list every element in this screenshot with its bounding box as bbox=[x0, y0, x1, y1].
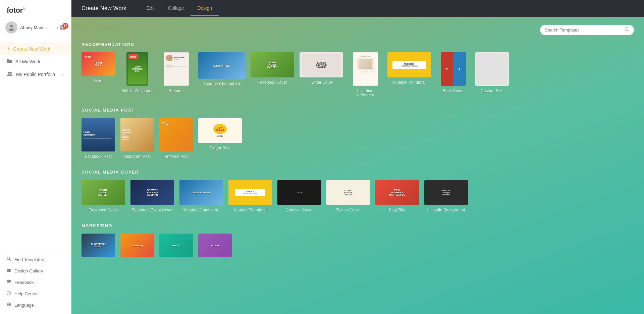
sidebar-bottom-label: Language bbox=[14, 303, 34, 308]
sidebar-item-design-gallery[interactable]: Design Gallery bbox=[0, 265, 71, 276]
google-plus-cover-thumb: JAZZ bbox=[277, 180, 321, 205]
youtube-thumbnail-label: Youtube Thumbnail bbox=[392, 80, 427, 85]
template-linkedin-background[interactable]: OMNITOOLStrategicsolutions LinkedIn Back… bbox=[424, 180, 468, 212]
template-marketing-1[interactable]: BLUEBERRYMUSIC bbox=[82, 234, 115, 260]
template-youtube-thumbnail2[interactable]: PHOEBE'S HANDICRAFT CLASS Youtube Thumbn… bbox=[228, 180, 272, 212]
twitter-cover2-label: Twitter Cover bbox=[336, 208, 360, 212]
main-area: Create New Work Edit Collage Design RECO… bbox=[71, 0, 644, 314]
sidebar-item-my-public-portfolio[interactable]: My Public Portfolio ↗ bbox=[0, 68, 71, 81]
tab-edit[interactable]: Edit bbox=[140, 1, 161, 16]
content-area: RECOMMENDATIONS TalentsShine New Ticket bbox=[71, 17, 644, 314]
social-media-cover-grid: PLANTYOURGARDEN Facebook Cover GROWTHHAC… bbox=[82, 180, 634, 212]
template-mobile-wallpaper[interactable]: HAPPYMOTHER'SDAY New Mobile Wallpaper bbox=[120, 52, 154, 97]
recommendations-title: RECOMMENDATIONS bbox=[82, 42, 634, 47]
plus-icon: + bbox=[7, 46, 10, 52]
youtube-channel-art2-label: Youtube Channel Art bbox=[183, 208, 220, 212]
template-ticket[interactable]: TalentsShine New Ticket bbox=[82, 52, 115, 97]
sidebar-bottom-label: Feedback bbox=[14, 280, 34, 285]
template-twitter-cover2[interactable]: CLASSICBOUTIQUEJEWELRY Twitter Cover bbox=[326, 180, 370, 212]
template-youtube-thumbnail[interactable]: PHOEBE'S HANDICRAFT CLASS Youtube Thumbn… bbox=[387, 52, 431, 97]
custom-size-label: Custom Size bbox=[481, 88, 503, 93]
template-invitation[interactable]: Save the Date Louise Eloise & Kirsten No… bbox=[348, 52, 382, 97]
svg-point-7 bbox=[7, 257, 10, 260]
youtube-thumbnail2-thumb: PHOEBE'S HANDICRAFT CLASS bbox=[228, 180, 272, 205]
sidebar-item-language[interactable]: Language bbox=[0, 299, 71, 311]
tab-collage[interactable]: Collage bbox=[161, 1, 191, 16]
page-title: Create New Work bbox=[82, 5, 126, 12]
layers-icon bbox=[7, 268, 11, 273]
template-pinterest-post[interactable]: 20+ STYLISH Pinterest Post bbox=[159, 118, 193, 159]
template-blog-title[interactable]: EPICMOTHER'SDAY RECIPES Blog Title bbox=[375, 180, 419, 212]
svg-point-4 bbox=[10, 72, 12, 74]
twitter-cover2-thumb: CLASSICBOUTIQUEJEWELRY bbox=[326, 180, 370, 205]
people-icon bbox=[7, 71, 13, 77]
globe-icon bbox=[7, 302, 11, 308]
marketing-1-thumb: BLUEBERRYMUSIC bbox=[82, 234, 115, 257]
sidebar-item-all-my-work[interactable]: All My Work bbox=[0, 55, 71, 68]
svg-marker-13 bbox=[7, 282, 9, 284]
search-icon bbox=[625, 27, 629, 33]
invitation-thumb: Save the Date Louise Eloise & Kirsten No… bbox=[353, 52, 378, 86]
template-resume[interactable]: Maggie Chou Designer Experience Educatio… bbox=[159, 52, 193, 97]
template-twitter-cover[interactable]: CLASSICBOUTIQUEJEWELRY Twitter Cover bbox=[300, 52, 343, 97]
sidebar-item-create-new-work[interactable]: + Create New Work bbox=[0, 43, 71, 55]
linkedin-background-thumb: OMNITOOLStrategicsolutions bbox=[424, 180, 468, 205]
invitation-sublabel: 4.25in × 8in bbox=[357, 93, 374, 97]
book-cover-label: Book Cover bbox=[443, 88, 464, 93]
template-instagram-post[interactable]: BE OPEN,BE HAPPY,THEWORLDIS FREE Instagr… bbox=[120, 118, 154, 159]
blog-title-label: Blog Title bbox=[389, 208, 405, 212]
svg-line-20 bbox=[628, 30, 629, 32]
template-facebook-event-cover[interactable]: GROWTHHACKINGWEBINAR Facebook Event Cove… bbox=[130, 180, 174, 212]
ticket-label: Ticket bbox=[93, 78, 104, 83]
template-youtube-channel-art[interactable]: Summer Travel Youtube Channel Art bbox=[198, 52, 245, 97]
template-facebook-cover2[interactable]: PLANTYOURGARDEN Facebook Cover bbox=[82, 180, 125, 212]
sidebar-item-feedback[interactable]: Feedback bbox=[0, 276, 71, 288]
template-custom-size[interactable]: + Custom Size bbox=[475, 52, 509, 97]
social-media-cover-section: SOCIAL MEDIA COVER PLANTYOURGARDEN Faceb… bbox=[82, 170, 634, 212]
search-bar-wrap bbox=[82, 25, 634, 35]
username-label: Abbey Marie... bbox=[20, 25, 57, 30]
youtube-thumbnail-thumb: PHOEBE'S HANDICRAFT CLASS bbox=[387, 52, 431, 77]
pinterest-post-thumb: 20+ STYLISH bbox=[159, 118, 193, 151]
facebook-cover-label: Facebook Cover bbox=[258, 80, 287, 85]
template-marketing-4[interactable]: Promo bbox=[198, 234, 232, 260]
template-marketing-2[interactable]: Marketing bbox=[120, 234, 154, 260]
external-link-icon: ↗ bbox=[62, 73, 64, 76]
resume-thumb: Maggie Chou Designer Experience Educatio… bbox=[164, 52, 189, 86]
facebook-post-thumb: HAVEPATIENCE. All things are difficult b… bbox=[82, 118, 115, 151]
badge-new: New bbox=[84, 54, 93, 59]
sidebar-item-label: My Public Portfolio bbox=[16, 72, 55, 77]
tab-design[interactable]: Design bbox=[191, 1, 219, 16]
avatar bbox=[5, 21, 17, 34]
template-facebook-post[interactable]: HAVEPATIENCE. All things are difficult b… bbox=[82, 118, 115, 159]
youtube-thumbnail2-label: Youtube Thumbnail bbox=[233, 208, 268, 212]
search-input[interactable] bbox=[545, 27, 625, 33]
marketing-4-thumb: Promo bbox=[198, 234, 232, 257]
mobile-wallpaper-thumb: HAPPYMOTHER'SDAY New bbox=[126, 52, 148, 86]
template-facebook-cover[interactable]: PLANTYOURGARDEN Facebook Cover bbox=[251, 52, 294, 97]
social-media-cover-title: SOCIAL MEDIA COVER bbox=[82, 170, 634, 175]
template-twitter-post[interactable]: HOWTO SAVE MONEY Twitter Post bbox=[198, 118, 242, 159]
template-youtube-channel-art2[interactable]: Summer Travel Youtube Channel Art bbox=[179, 180, 223, 212]
sidebar-item-find-templates[interactable]: Find Templates bbox=[0, 254, 71, 265]
ticket-thumb: TalentsShine New bbox=[82, 52, 115, 76]
twitter-post-label: Twitter Post bbox=[210, 146, 231, 150]
instagram-post-label: Instagram Post bbox=[124, 154, 151, 159]
marketing-3-thumb: Design bbox=[159, 234, 193, 257]
folder-icon bbox=[7, 59, 12, 65]
invitation-label: Invitation bbox=[357, 88, 373, 93]
facebook-event-cover-thumb: GROWTHHACKINGWEBINAR bbox=[130, 180, 174, 205]
book-cover-thumb: E A bbox=[441, 52, 466, 86]
youtube-channel-art2-thumb: Summer Travel bbox=[179, 180, 223, 205]
facebook-cover2-label: Facebook Cover bbox=[89, 208, 118, 212]
sidebar-item-help-center[interactable]: ? Help Center bbox=[0, 288, 71, 299]
template-book-cover[interactable]: E A Book Cover bbox=[436, 52, 470, 97]
custom-size-thumb: + bbox=[475, 52, 509, 86]
youtube-channel-art-thumb: Summer Travel bbox=[198, 52, 245, 79]
sidebar-item-label: All My Work bbox=[15, 59, 40, 64]
svg-point-19 bbox=[625, 27, 628, 30]
mail-icon[interactable]: 15 bbox=[60, 25, 66, 30]
template-google-plus-cover[interactable]: JAZZ Google+ Cover bbox=[277, 180, 321, 212]
template-marketing-3[interactable]: Design bbox=[159, 234, 193, 260]
facebook-cover2-thumb: PLANTYOURGARDEN bbox=[82, 180, 125, 205]
